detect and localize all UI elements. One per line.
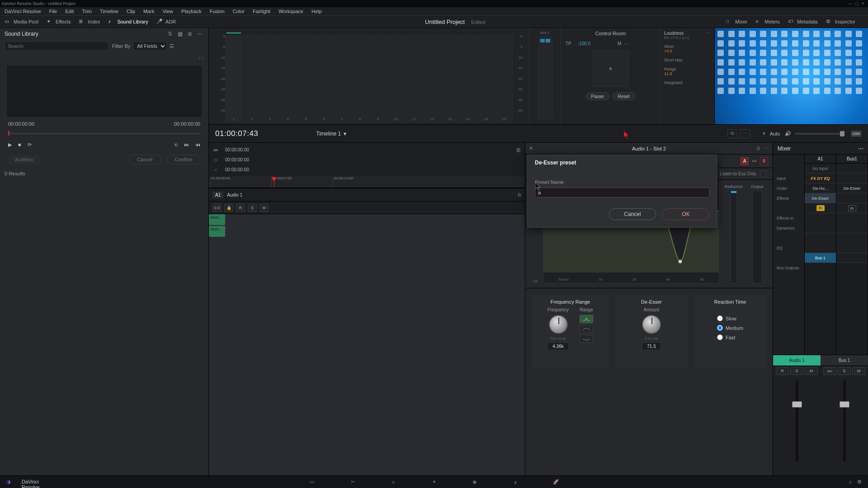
play-icon[interactable]: ▶ [8, 142, 12, 148]
volume-slider[interactable] [795, 133, 844, 135]
loudness-menu-icon[interactable]: ⋯ [707, 31, 711, 36]
list-view-icon[interactable]: ≣ [186, 30, 194, 38]
solo-btn[interactable]: S [248, 204, 257, 212]
chevron-down2-icon[interactable]: ▾ [763, 131, 765, 136]
menu-fusion[interactable]: Fusion [210, 9, 225, 14]
menu-help[interactable]: Help [311, 9, 322, 14]
menu-timeline[interactable]: Timeline [100, 9, 118, 14]
reset-button[interactable]: Reset [612, 92, 636, 100]
frequency-knob[interactable] [549, 315, 568, 334]
mixer-track-b[interactable]: Bus 1 [821, 355, 868, 366]
page-fusion-icon[interactable]: ✦ [429, 478, 439, 486]
audio-clip[interactable]: dees... [209, 214, 225, 225]
search-input[interactable] [5, 42, 108, 51]
audition-button[interactable]: Audition [8, 155, 40, 164]
track-id[interactable]: A1 [212, 192, 223, 198]
mute-btn[interactable]: M [259, 204, 269, 212]
options-icon[interactable]: ⋯ [740, 129, 750, 138]
compare-a[interactable]: A [741, 157, 749, 165]
bus-dynamics[interactable] [836, 213, 868, 233]
layout-icon[interactable]: ▥ [515, 147, 521, 152]
bus-effects-in[interactable]: In [848, 205, 856, 211]
page-deliver-icon[interactable]: 🚀 [551, 478, 561, 486]
inspector-button[interactable]: ⚙Inspector [826, 19, 855, 25]
stop-icon[interactable]: ■ [18, 142, 21, 147]
mx-s[interactable]: S [790, 367, 803, 375]
mx-r[interactable]: R [776, 367, 789, 375]
ch-order[interactable]: FX DY EQ [805, 174, 836, 183]
minimize-icon[interactable]: — [847, 1, 854, 6]
range-mid-icon[interactable] [580, 325, 593, 333]
menu-icon[interactable]: ⋯ [764, 145, 769, 151]
range-wide-icon[interactable] [580, 335, 593, 343]
reaction-medium[interactable]: Medium [717, 325, 743, 331]
ch-effect-2[interactable]: De-Esser [805, 193, 836, 203]
timeline-ruler[interactable]: 01:00:00:00 01:00:07:00 01:00:14:00 [209, 176, 525, 188]
bus-eq[interactable] [836, 233, 868, 253]
page-media-icon[interactable]: ▭ [307, 478, 317, 486]
amount-value[interactable]: 71.5 [642, 343, 660, 350]
listen-checkbox[interactable] [760, 171, 766, 177]
page-color-icon[interactable]: ◉ [470, 478, 480, 486]
menu-workspace[interactable]: Workspace [278, 9, 303, 14]
mx-s2[interactable]: S [838, 367, 851, 375]
filter-select[interactable]: All Fields [133, 42, 167, 51]
mx-dim[interactable]: dim [823, 367, 836, 375]
settings-icon[interactable]: ⚙ [857, 479, 862, 485]
skip-prev-icon[interactable]: ⏮ [195, 142, 200, 147]
range-narrow-icon[interactable] [580, 315, 593, 323]
media-pool-button[interactable]: ▭Media Pool [5, 19, 38, 25]
fader-bus1[interactable] [843, 380, 846, 462]
index-button[interactable]: ≣Index [79, 19, 100, 25]
sound-library-button[interactable]: ♪Sound Library [108, 19, 148, 25]
menu-fairlight[interactable]: Fairlight [253, 9, 270, 14]
reaction-slow[interactable]: Slow [717, 315, 736, 321]
dialog-cancel[interactable]: Cancel [609, 208, 656, 220]
ch-input[interactable]: No Input [805, 164, 836, 174]
mixer-menu-icon[interactable]: ⋯ [858, 145, 863, 152]
effects-button[interactable]: ✦Effects [47, 19, 71, 25]
mx-m2[interactable]: M [852, 367, 865, 375]
pin-icon[interactable]: ⊙ [756, 145, 760, 151]
adr-button[interactable]: 🎤ADR [156, 19, 176, 25]
effects-in-btn[interactable]: In [816, 205, 825, 211]
speaker-icon[interactable]: 🔊 [785, 131, 791, 136]
lock-icon[interactable]: 🔒 [224, 204, 233, 212]
maximize-icon[interactable]: ▢ [854, 1, 860, 6]
scrub-bar[interactable] [8, 129, 200, 136]
frequency-value[interactable]: 4.36k [547, 343, 568, 350]
timeline-name[interactable]: Timeline 1▾ [316, 131, 346, 137]
meters-button[interactable]: ≡Meters [755, 19, 780, 25]
ch-eq[interactable] [805, 233, 836, 253]
nav-next-icon[interactable]: › [202, 55, 204, 61]
menu-color[interactable]: Color [233, 9, 245, 14]
ch-bus-out[interactable]: Bus 1 [805, 253, 836, 263]
menu-view[interactable]: View [162, 9, 173, 14]
compare-b[interactable]: B [760, 157, 768, 165]
ch-effect-1[interactable]: De-Hu... [805, 183, 836, 193]
page-fairlight-icon[interactable]: ♪ [510, 478, 520, 486]
menu-trim[interactable]: Trim [82, 9, 92, 14]
cancel-button[interactable]: Cancel [128, 155, 161, 164]
dim-button[interactable]: DIM [851, 131, 862, 137]
more-icon[interactable]: ⋯ [196, 30, 204, 38]
mixer-button[interactable]: ⎍Mixer [726, 19, 747, 25]
menu-davinci-resolve[interactable]: DaVinci Resolve [5, 9, 41, 14]
track-fx[interactable]: fx [518, 192, 521, 197]
metadata-button[interactable]: 🏷Metadata [788, 19, 818, 25]
page-cut-icon[interactable]: ✂ [348, 478, 358, 486]
ch-dynamics[interactable] [805, 213, 836, 233]
menu-playback[interactable]: Playback [181, 9, 202, 14]
gain-field[interactable]: 0.0 [212, 204, 222, 212]
mx-m[interactable]: M [805, 367, 818, 375]
fader-a1[interactable] [796, 380, 798, 462]
menu-edit[interactable]: Edit [65, 9, 74, 14]
channel-a1[interactable]: A1 [805, 155, 836, 164]
skip-next-icon[interactable]: ⏭ [184, 142, 189, 147]
confirm-button[interactable]: Confirm [167, 155, 200, 164]
loop-icon[interactable]: ⟳ [28, 142, 32, 148]
pause-button[interactable]: Pause [586, 92, 609, 100]
mixer-track-a[interactable]: Audio 1 [773, 355, 821, 366]
page-edit-icon[interactable]: ≡ [388, 478, 398, 486]
reaction-fast[interactable]: Fast [717, 334, 735, 340]
